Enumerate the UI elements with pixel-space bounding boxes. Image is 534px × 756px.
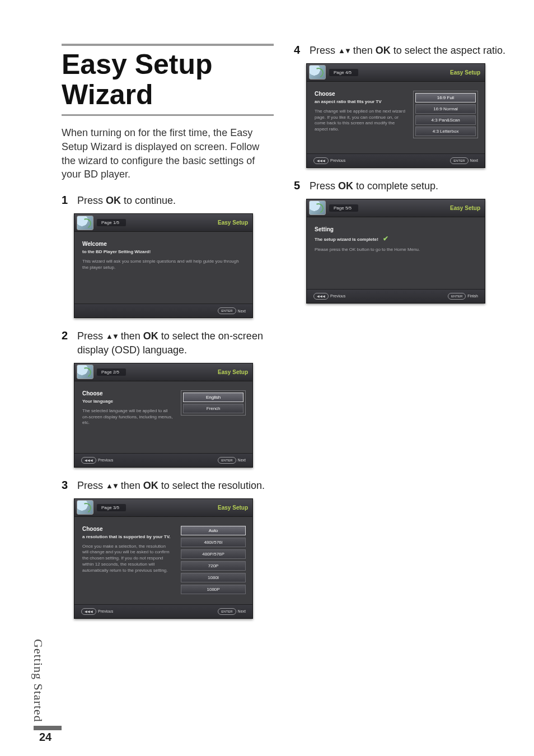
column-right: 4 Press ▲▼ then OK to select the aspect … [294, 44, 506, 734]
next-label: Next [238, 309, 246, 313]
wizard-5-prev[interactable]: ◀◀◀Previous [313, 293, 345, 300]
step-3-mid: then [118, 480, 143, 491]
ok-key: OK [143, 330, 158, 342]
wizard-icon [77, 500, 93, 515]
heading-rule-bottom [62, 114, 274, 116]
step-4-text: Press ▲▼ then OK to select the aspect ra… [310, 44, 505, 58]
prev-label: Previous [330, 294, 345, 298]
wizard-5-finish[interactable]: ENTERFinish [448, 293, 478, 300]
wizard-3-footer: ◀◀◀Previous ENTERNext [74, 604, 252, 618]
section-side-label: Getting Started [31, 639, 45, 722]
wizard-panel-4: Page 4/5 Easy Setup Choose an aspect rat… [306, 63, 485, 168]
wizard-3-sub: a resolution that is supported by your T… [82, 534, 173, 539]
wizard-panel-3: Page 3/5 Easy Setup Choose a resolution … [74, 498, 253, 619]
option-720p[interactable]: 720P [181, 561, 246, 571]
option-169-full[interactable]: 16:9 Full [415, 93, 476, 102]
wizard-2-header: Page 2/5 Easy Setup [74, 363, 252, 381]
wizard-2-footer: ◀◀◀Previous ENTERNext [74, 453, 252, 467]
wizard-brand: Easy Setup [450, 205, 480, 211]
option-43-letterbox[interactable]: 4:3 Letterbox [415, 127, 476, 136]
step-1-text: Press OK to continue. [77, 194, 176, 208]
wizard-panel-2: Page 2/5 Easy Setup Choose Your language… [74, 363, 253, 468]
wizard-3-pager: Page 3/5 [97, 504, 126, 511]
wizard-2-next[interactable]: ENTERNext [218, 457, 246, 464]
option-480i[interactable]: 480I/576I [181, 538, 246, 547]
wizard-1-sub: to the BD Player Setting Wizard! [82, 249, 246, 254]
wizard-icon [309, 200, 326, 215]
page-number: 24 [39, 731, 51, 744]
prev-pill-icon: ◀◀◀ [81, 608, 96, 615]
wizard-icon [309, 65, 326, 80]
step-2-text: Press ▲▼ then OK to select the on-screen… [77, 329, 274, 357]
next-label: Next [238, 609, 246, 613]
step-2-pre: Press [77, 330, 106, 342]
ok-key: OK [106, 195, 121, 206]
wizard-2-left: Choose Your language The selected langua… [82, 390, 173, 443]
step-2-number: 2 [62, 329, 72, 342]
prev-pill-icon: ◀◀◀ [313, 293, 329, 300]
wizard-panel-5: Page 5/5 Easy Setup Setting The setup wi… [306, 199, 485, 304]
enter-pill-icon: ENTER [450, 157, 468, 164]
wizard-4-body: Choose an aspect ratio that fits your TV… [307, 82, 485, 153]
wizard-4-options: 16:9 Full 16:9 Normal 4:3 Pan&Scan 4:3 L… [413, 91, 478, 143]
enter-pill-icon: ENTER [218, 457, 236, 464]
option-480p[interactable]: 480P/576P [181, 549, 246, 559]
option-french[interactable]: French [183, 404, 243, 413]
wizard-3-prev[interactable]: ◀◀◀Previous [81, 608, 113, 615]
wizard-2-body: Choose Your language The selected langua… [74, 381, 252, 453]
step-3-head: 3 Press ▲▼ then OK to select the resolut… [62, 479, 274, 493]
finish-label: Finish [467, 294, 478, 298]
wizard-1-next[interactable]: ENTERNext [218, 307, 246, 314]
wizard-2-desc: The selected language will be applied to… [82, 408, 173, 426]
step-3-number: 3 [62, 479, 72, 492]
option-english[interactable]: English [183, 393, 243, 402]
wizard-4-prev[interactable]: ◀◀◀Previous [313, 157, 345, 164]
step-5-number: 5 [294, 179, 304, 192]
ok-key: OK [338, 180, 353, 192]
wizard-5-sub-text: The setup wizard is complete! [315, 237, 378, 242]
wizard-2-sub: Your language [82, 399, 173, 404]
wizard-3-header: Page 3/5 Easy Setup [74, 499, 252, 517]
option-169-normal[interactable]: 16:9 Normal [415, 104, 476, 114]
wizard-2-prev[interactable]: ◀◀◀Previous [81, 457, 113, 464]
option-1080p[interactable]: 1080P [181, 585, 246, 594]
step-4-head: 4 Press ▲▼ then OK to select the aspect … [294, 44, 506, 58]
step-1-post: to continue. [121, 195, 176, 206]
step-4-number: 4 [294, 44, 304, 57]
step-5: 5 Press OK to complete setup. Page 5/5 E… [294, 179, 506, 304]
page: Getting Started 24 Easy Setup Wizard Whe… [0, 0, 534, 756]
step-3-pre: Press [77, 480, 106, 491]
wizard-4-next[interactable]: ENTERNext [450, 157, 478, 164]
step-1-pre: Press [77, 195, 106, 206]
step-3: 3 Press ▲▼ then OK to select the resolut… [62, 479, 274, 619]
next-label: Next [238, 458, 246, 462]
wizard-3-body: Choose a resolution that is supported by… [74, 517, 252, 604]
intro-paragraph: When turning on for the first time, the … [62, 126, 274, 181]
option-43-panscan[interactable]: 4:3 Pan&Scan [415, 115, 476, 125]
prev-label: Previous [98, 458, 113, 462]
wizard-1-left: Welcome to the BD Player Setting Wizard!… [82, 241, 246, 293]
option-auto[interactable]: Auto [181, 526, 246, 535]
step-5-text: Press OK to complete setup. [310, 179, 438, 193]
step-5-post: to complete setup. [353, 180, 438, 192]
wizard-5-footer: ◀◀◀Previous ENTERFinish [307, 289, 485, 303]
wizard-2-title: Choose [82, 390, 173, 396]
wizard-brand: Easy Setup [218, 220, 248, 226]
wizard-3-next[interactable]: ENTERNext [218, 608, 246, 615]
option-1080i[interactable]: 1080I [181, 573, 246, 582]
wizard-icon [77, 216, 93, 230]
wizard-4-desc: The change will be applied on the next w… [315, 109, 405, 133]
wizard-4-left: Choose an aspect ratio that fits your TV… [315, 91, 405, 143]
up-down-arrow-icon: ▲▼ [338, 46, 350, 56]
wizard-4-sub: an aspect ratio that fits your TV [315, 99, 405, 104]
step-5-pre: Press [310, 180, 338, 192]
wizard-5-header: Page 5/5 Easy Setup [307, 199, 485, 217]
step-1: 1 Press OK to continue. Page 1/5 Easy Se… [62, 194, 274, 318]
page-title: Easy Setup Wizard [62, 49, 274, 110]
wizard-icon [77, 365, 93, 379]
prev-pill-icon: ◀◀◀ [313, 157, 329, 164]
enter-pill-icon: ENTER [218, 608, 236, 615]
wizard-brand: Easy Setup [218, 505, 248, 511]
wizard-5-left: Setting The setup wizard is complete! ✔ … [315, 226, 478, 279]
wizard-1-desc: This wizard will ask you some simple que… [82, 259, 246, 271]
